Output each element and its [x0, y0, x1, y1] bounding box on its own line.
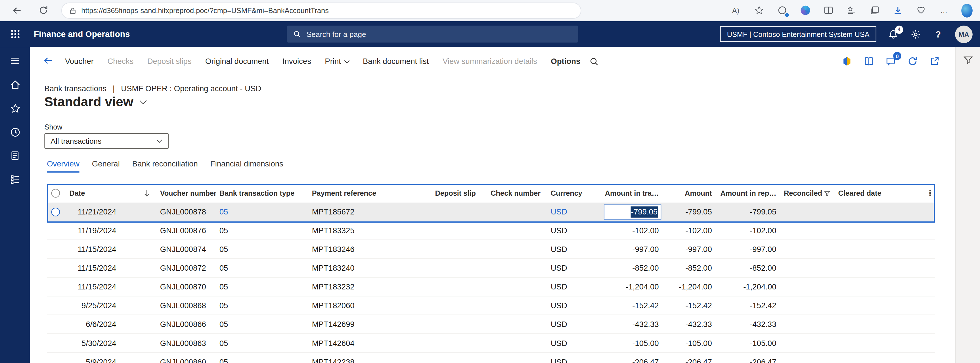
- cell-voucher[interactable]: GNJL000876: [156, 221, 215, 240]
- row-select-cell[interactable]: [47, 278, 65, 296]
- cell-amount-reporting[interactable]: -1,204.00: [716, 278, 780, 296]
- cell-deposit-slip[interactable]: [431, 353, 478, 363]
- cell-currency[interactable]: USD: [547, 259, 584, 278]
- action-search-icon[interactable]: [589, 57, 598, 66]
- cell-voucher[interactable]: GNJL000878: [156, 202, 215, 221]
- cell-date[interactable]: 5/30/2024: [65, 334, 156, 353]
- cell-currency[interactable]: USD: [547, 240, 584, 259]
- cell-deposit-slip[interactable]: [431, 278, 478, 296]
- favorites-star-icon[interactable]: [10, 102, 21, 114]
- table-row[interactable]: 9/25/2024 GNJL000868 05 MPT182060 USD -1…: [47, 296, 935, 315]
- cell-cleared-date[interactable]: [834, 353, 925, 363]
- app-title[interactable]: Finance and Operations: [34, 29, 130, 39]
- document-icon[interactable]: [10, 150, 21, 161]
- browser-essentials-icon[interactable]: [915, 5, 926, 16]
- cell-check-number[interactable]: [478, 259, 547, 278]
- split-screen-icon[interactable]: [822, 5, 834, 16]
- column-header-cleared-date[interactable]: Cleared date: [834, 184, 925, 202]
- cell-reconciled[interactable]: [780, 296, 835, 315]
- tab-overview[interactable]: Overview: [47, 159, 80, 172]
- collections-icon[interactable]: [869, 5, 880, 16]
- cell-amount-reporting[interactable]: -102.00: [716, 221, 780, 240]
- cell-amount[interactable]: -432.33: [663, 315, 716, 334]
- cell-bank-transaction-type[interactable]: 05: [216, 259, 308, 278]
- cell-date[interactable]: 6/6/2024: [65, 315, 156, 334]
- tab-bank-reconciliation[interactable]: Bank reconciliation: [132, 159, 198, 172]
- cell-cleared-date[interactable]: [834, 296, 925, 315]
- cell-amount[interactable]: -152.42: [663, 296, 716, 315]
- cell-currency[interactable]: USD: [547, 202, 584, 221]
- cell-amount-txn[interactable]: -105.00: [584, 334, 663, 353]
- table-row[interactable]: 6/6/2024 GNJL000866 05 MPT142699 USD -43…: [47, 315, 935, 334]
- cell-amount-txn[interactable]: -102.00: [584, 221, 663, 240]
- downloads-icon[interactable]: [892, 5, 904, 16]
- cell-reconciled[interactable]: [780, 202, 835, 221]
- cell-currency[interactable]: USD: [547, 334, 584, 353]
- help-icon[interactable]: ?: [932, 29, 944, 40]
- home-icon[interactable]: [10, 79, 21, 90]
- cell-deposit-slip[interactable]: [431, 315, 478, 334]
- cell-cleared-date[interactable]: [834, 240, 925, 259]
- cell-bank-transaction-type[interactable]: 05: [216, 296, 308, 315]
- tab-financial-dimensions[interactable]: Financial dimensions: [210, 159, 283, 172]
- cell-voucher[interactable]: GNJL000860: [156, 353, 215, 363]
- cell-amount-txn[interactable]: -152.42: [584, 296, 663, 315]
- cell-check-number[interactable]: [478, 334, 547, 353]
- cell-date[interactable]: 9/25/2024: [65, 296, 156, 315]
- view-title-label[interactable]: Standard view: [44, 94, 134, 109]
- cell-reconciled[interactable]: [780, 240, 835, 259]
- cell-check-number[interactable]: [478, 353, 547, 363]
- page-back-icon[interactable]: [43, 55, 55, 68]
- cell-cleared-date[interactable]: [834, 259, 925, 278]
- recent-clock-icon[interactable]: [10, 126, 21, 138]
- open-in-office-icon[interactable]: [841, 56, 853, 67]
- cell-date[interactable]: 11/15/2024: [65, 278, 156, 296]
- row-select-cell[interactable]: [47, 202, 65, 221]
- cell-deposit-slip[interactable]: [431, 240, 478, 259]
- column-header-currency[interactable]: Currency: [547, 184, 584, 202]
- row-radio-selected[interactable]: [51, 208, 60, 217]
- book-icon[interactable]: [863, 56, 875, 67]
- menu-bank-document-list[interactable]: Bank document list: [363, 57, 429, 65]
- cell-deposit-slip[interactable]: [431, 296, 478, 315]
- settings-gear-icon[interactable]: [910, 29, 921, 40]
- cell-voucher[interactable]: GNJL000863: [156, 334, 215, 353]
- cell-amount-txn[interactable]: -799.05: [584, 202, 663, 221]
- cell-amount-reporting[interactable]: -152.42: [716, 296, 780, 315]
- column-header-amount[interactable]: Amount: [663, 184, 716, 202]
- table-row[interactable]: 11/15/2024 GNJL000874 05 MPT183246 USD -…: [47, 240, 935, 259]
- cell-currency[interactable]: USD: [547, 315, 584, 334]
- cell-bank-transaction-type[interactable]: 05: [216, 202, 308, 221]
- cell-amount[interactable]: -799.05: [663, 202, 716, 221]
- cell-amount-reporting[interactable]: -997.00: [716, 240, 780, 259]
- cell-amount[interactable]: -206.47: [663, 353, 716, 363]
- search-input[interactable]: [307, 30, 572, 39]
- cell-amount-txn[interactable]: -1,204.00: [584, 278, 663, 296]
- favorite-star-icon[interactable]: [753, 5, 765, 16]
- cell-check-number[interactable]: [478, 315, 547, 334]
- select-all-cell[interactable]: [47, 184, 65, 202]
- column-header-voucher[interactable]: Voucher number: [156, 184, 215, 202]
- cell-payment-reference[interactable]: MPT183240: [308, 259, 431, 278]
- cell-check-number[interactable]: [478, 278, 547, 296]
- column-header-bank-transaction-type[interactable]: Bank transaction type: [216, 184, 308, 202]
- column-header-date[interactable]: Date: [65, 184, 156, 202]
- row-select-cell[interactable]: [47, 259, 65, 278]
- table-row[interactable]: 5/9/2024 GNJL000860 05 MPT142238 USD -20…: [47, 353, 935, 363]
- cell-cleared-date[interactable]: [834, 334, 925, 353]
- bank-transaction-type-link[interactable]: 05: [220, 208, 228, 217]
- browser-more-icon[interactable]: …: [938, 5, 950, 16]
- address-bar[interactable]: https://d365finops-sand.hifxpreprod.poc/…: [62, 3, 581, 18]
- read-aloud-icon[interactable]: A): [730, 5, 741, 16]
- cell-amount-txn[interactable]: -852.00: [584, 259, 663, 278]
- cell-check-number[interactable]: [478, 202, 547, 221]
- tab-general[interactable]: General: [92, 159, 120, 172]
- browser-back-icon[interactable]: [11, 5, 23, 16]
- menu-original-document[interactable]: Original document: [205, 57, 269, 65]
- table-row[interactable]: 11/15/2024 GNJL000872 05 MPT183240 USD -…: [47, 259, 935, 278]
- favorites-bar-icon[interactable]: [846, 5, 857, 16]
- refresh-icon[interactable]: [907, 56, 918, 67]
- cell-amount-reporting[interactable]: -799.05: [716, 202, 780, 221]
- select-all-radio[interactable]: [51, 189, 60, 198]
- menu-invoices[interactable]: Invoices: [283, 57, 311, 65]
